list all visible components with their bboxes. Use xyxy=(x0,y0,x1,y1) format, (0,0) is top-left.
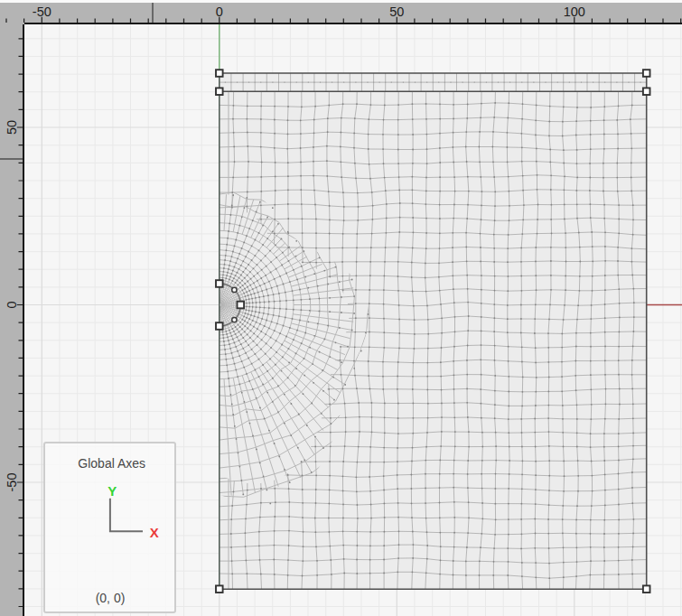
svg-text:-50: -50 xyxy=(33,5,51,19)
svg-text:100: 100 xyxy=(564,5,585,19)
svg-text:50: 50 xyxy=(5,120,19,135)
svg-text:Y: Y xyxy=(107,483,117,499)
svg-text:-50: -50 xyxy=(5,473,19,492)
svg-text:Global Axes: Global Axes xyxy=(78,456,145,471)
svg-text:0: 0 xyxy=(5,301,19,308)
svg-text:X: X xyxy=(150,525,159,540)
svg-text:50: 50 xyxy=(389,5,404,19)
svg-text:0: 0 xyxy=(216,5,223,19)
svg-text:(0, 0): (0, 0) xyxy=(96,591,126,605)
